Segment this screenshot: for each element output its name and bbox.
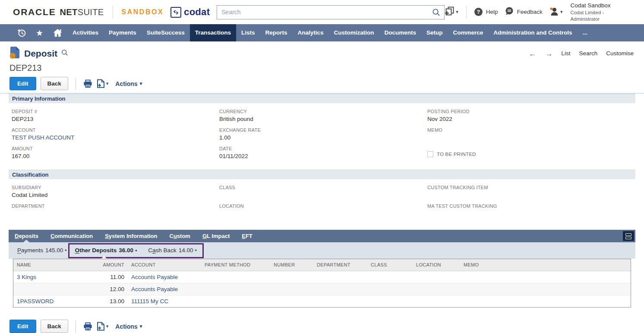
- back-button[interactable]: Back: [41, 77, 68, 90]
- nav-item-payments[interactable]: Payments: [104, 24, 142, 41]
- column-header-amount[interactable]: AMOUNT: [91, 259, 128, 271]
- column-header-account[interactable]: ACCOUNT: [128, 259, 201, 271]
- annotation-highlight-box: Other Deposits36.00• Cash Back14.00•: [68, 243, 204, 258]
- deposit-account-link[interactable]: Accounts Payable: [131, 274, 178, 280]
- home-icon[interactable]: [48, 24, 67, 41]
- actions-menu[interactable]: Actions ▾: [115, 323, 142, 330]
- nav-item-transactions[interactable]: Transactions: [190, 24, 236, 41]
- actions-menu[interactable]: Actions ▾: [115, 80, 142, 87]
- codat-logo-icon: [170, 7, 181, 18]
- shortcuts-star-icon[interactable]: ★: [31, 24, 48, 41]
- deposit-name-link[interactable]: 1PASSWORD: [17, 298, 54, 304]
- subtab-payments[interactable]: Payments145.00•: [17, 243, 67, 258]
- actions-label: Actions: [115, 80, 137, 87]
- feedback-button[interactable]: Feedback: [505, 7, 543, 17]
- back-arrow-icon[interactable]: ←: [528, 50, 536, 57]
- field-value: British pound: [219, 116, 427, 123]
- nav-item-analytics[interactable]: Analytics: [292, 24, 328, 41]
- toggle-panel-view-icon[interactable]: [623, 231, 634, 241]
- deposit-payment-method: [201, 295, 270, 307]
- column-header-memo[interactable]: MEMO: [460, 259, 631, 271]
- title-search-icon[interactable]: [61, 49, 68, 58]
- field-value: 1.00: [219, 134, 427, 141]
- forward-arrow-icon[interactable]: →: [545, 50, 552, 57]
- field-label: LOCATION: [219, 203, 427, 209]
- nav-item-activities[interactable]: Activities: [67, 24, 104, 41]
- print-button[interactable]: [83, 79, 92, 88]
- nav-item-documents[interactable]: Documents: [379, 24, 422, 41]
- search-link[interactable]: Search: [579, 50, 597, 57]
- column-header-class[interactable]: CLASS: [367, 259, 413, 271]
- nav-item-customization[interactable]: Customization: [329, 24, 379, 41]
- table-row: 12.00 Accounts Payable: [13, 283, 631, 295]
- to-be-printed-checkbox[interactable]: [427, 151, 433, 157]
- print-button[interactable]: [83, 322, 92, 331]
- list-link[interactable]: List: [561, 50, 570, 57]
- table-row: 3 Kings 11.00 Accounts Payable: [13, 271, 631, 283]
- tab-deposits[interactable]: Deposits: [9, 230, 44, 242]
- field-value: Nov 2022: [427, 116, 635, 123]
- deposit-account-link[interactable]: Accounts Payable: [131, 286, 178, 292]
- edit-button[interactable]: Edit: [9, 320, 36, 333]
- add-to-shortcuts-button[interactable]: ▾: [97, 322, 109, 331]
- header-right-group: ▾ ? Help Feedback ▾ Codat Sandbox Codat …: [445, 2, 634, 22]
- nav-item-administration[interactable]: Administration and Controls: [488, 24, 577, 41]
- field-label: ACCOUNT: [12, 127, 219, 133]
- table-row: 1PASSWORD 13.00 111115 My CC: [13, 295, 631, 307]
- add-to-shortcuts-button[interactable]: ▾: [97, 79, 109, 88]
- tab-gl-impact[interactable]: GL Impact: [196, 230, 236, 242]
- recent-records-icon[interactable]: [12, 24, 31, 41]
- nav-item-lists[interactable]: Lists: [236, 24, 260, 41]
- bottom-button-row: Edit Back ▾ Actions ▾: [9, 320, 644, 333]
- field-value: 167.00: [12, 153, 219, 160]
- deposit-location: [413, 283, 460, 295]
- cash-back-total: 14.00: [179, 247, 193, 254]
- nav-item-commerce[interactable]: Commerce: [448, 24, 489, 41]
- field-label: DEPOSIT #: [12, 109, 219, 114]
- field-value: [427, 210, 635, 217]
- column-header-name[interactable]: NAME: [13, 259, 91, 271]
- deposit-amount: 13.00: [91, 295, 128, 307]
- account-link[interactable]: TEST PUSH ACCOUNT: [12, 134, 219, 141]
- help-button[interactable]: ? Help: [474, 8, 498, 16]
- nav-item-reports[interactable]: Reports: [260, 24, 292, 41]
- field-label: SUBSIDIARY: [12, 185, 219, 190]
- feedback-label: Feedback: [517, 9, 543, 15]
- svg-text:1: 1: [12, 54, 14, 57]
- tab-system-information[interactable]: System Information: [99, 230, 163, 242]
- edit-button[interactable]: Edit: [9, 77, 36, 90]
- nav-item-suitesuccess[interactable]: SuiteSuccess: [142, 24, 190, 41]
- back-button[interactable]: Back: [41, 320, 68, 333]
- field-value: DEP213: [12, 116, 219, 123]
- deposit-number: [270, 283, 313, 295]
- subtab-other-deposits[interactable]: Other Deposits36.00•: [75, 243, 137, 258]
- header-divider: [113, 6, 113, 19]
- record-id: DEP213: [9, 63, 644, 73]
- customise-link[interactable]: Customise: [606, 50, 634, 57]
- roles-menu[interactable]: ▾: [549, 7, 563, 17]
- global-search-input[interactable]: [217, 6, 444, 19]
- deposit-payment-method: [201, 283, 270, 295]
- tab-eft[interactable]: EFT: [236, 230, 259, 242]
- primary-information-section: Primary Information DEPOSIT #DEP213 ACCO…: [9, 94, 635, 170]
- column-header-payment-method[interactable]: PAYMENT METHOD: [201, 259, 270, 271]
- button-divider: [76, 320, 76, 333]
- tab-communication[interactable]: Communication: [44, 230, 99, 242]
- deposit-record-icon: 1: [9, 46, 20, 60]
- codat-logo-text: codat: [184, 6, 210, 18]
- tab-custom[interactable]: Custom: [164, 230, 196, 242]
- deposit-name-link[interactable]: 3 Kings: [17, 274, 36, 280]
- subtab-cash-back[interactable]: Cash Back14.00•: [148, 243, 196, 258]
- search-icon[interactable]: [432, 8, 440, 18]
- nav-item-more[interactable]: ...: [578, 24, 593, 41]
- column-header-department[interactable]: DEPARTMENT: [313, 259, 367, 271]
- to-be-printed-label: TO BE PRINTED: [437, 152, 476, 157]
- deposit-account-link[interactable]: 111115 My CC: [131, 298, 168, 304]
- netsuite-logo-text-bold: NET: [60, 7, 77, 17]
- header-divider: [466, 6, 467, 19]
- column-header-location[interactable]: LOCATION: [413, 259, 460, 271]
- column-header-number[interactable]: NUMBER: [270, 259, 313, 271]
- create-new-menu[interactable]: ▾: [445, 6, 458, 17]
- nav-item-setup[interactable]: Setup: [421, 24, 448, 41]
- page-title-row: 1 Deposit ← → List Search Customise: [0, 41, 644, 60]
